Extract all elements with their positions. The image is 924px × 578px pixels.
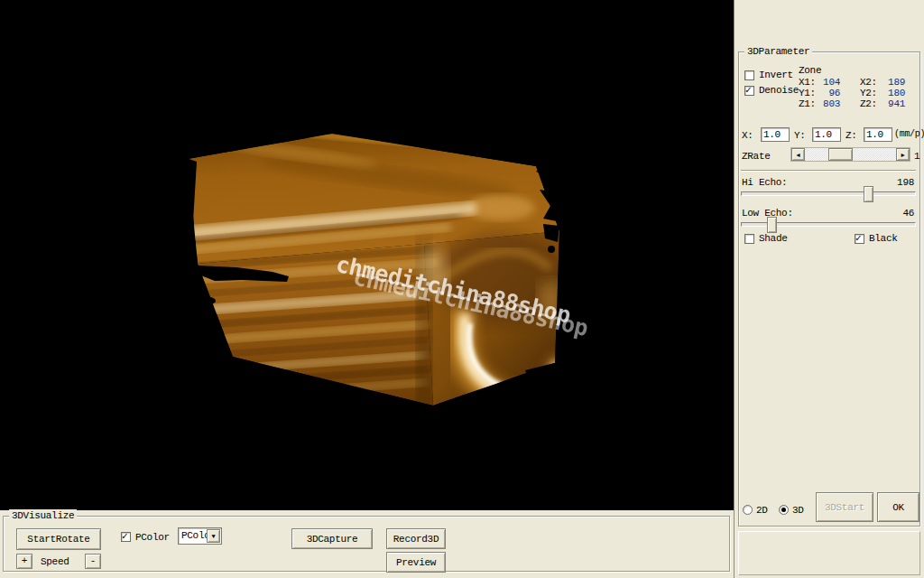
y-spacing-label: Y: — [794, 130, 806, 141]
3dstart-button[interactable]: 3DStart — [816, 492, 873, 522]
zone-z1-value: 803 — [815, 98, 840, 109]
speed-label: Speed — [41, 556, 69, 567]
low-echo-value: 46 — [887, 208, 914, 219]
zrate-scrollbar-thumb[interactable] — [828, 148, 853, 161]
hi-echo-label: Hi Echo: — [742, 177, 787, 188]
shade-checkbox[interactable] — [744, 234, 754, 244]
pcolor-combobox[interactable]: PColor ▼ — [178, 527, 222, 545]
zone-y1-label: Y1: — [799, 88, 816, 98]
scroll-left-icon[interactable]: ◄ — [791, 148, 805, 161]
parameter-panel: 3DParameter Invert ✓ Denoise Zone X1: 10… — [734, 0, 924, 578]
record3d-button[interactable]: Record3D — [386, 528, 446, 549]
mode-3d-radio[interactable] — [779, 505, 789, 515]
black-label: Black — [869, 233, 898, 244]
spacing-unit-label: (mm/p) — [894, 129, 924, 140]
hi-echo-slider-thumb[interactable] — [864, 186, 873, 202]
denoise-checkbox[interactable]: ✓ — [744, 86, 754, 96]
preview-button[interactable]: Preview — [386, 552, 446, 573]
zone-x1-value: 104 — [815, 77, 840, 88]
zone-x1-label: X1: — [799, 77, 816, 88]
panel-footer-bevel — [738, 531, 920, 575]
check-icon: ✓ — [122, 530, 127, 542]
parameter-groupbox: 3DParameter Invert ✓ Denoise Zone X1: 10… — [738, 51, 920, 527]
check-icon: ✓ — [745, 84, 751, 96]
ok-button[interactable]: OK — [877, 492, 919, 522]
visualize-group-title: 3DVisualize — [9, 509, 77, 522]
zone-z1-label: Z1: — [799, 98, 816, 109]
invert-label: Invert — [759, 70, 793, 80]
black-checkbox[interactable]: ✓ — [855, 234, 864, 244]
low-echo-slider-thumb[interactable] — [767, 217, 777, 233]
separator — [741, 170, 916, 172]
invert-checkbox[interactable] — [744, 70, 754, 80]
hi-echo-value: 198 — [883, 177, 914, 188]
z-spacing-label: Z: — [845, 130, 857, 141]
zone-y1-value: 96 — [815, 88, 840, 98]
parameter-group-title: 3DParameter — [744, 45, 812, 58]
pcolor-label: PColor — [135, 532, 170, 543]
mode-3d-label: 3D — [792, 505, 804, 516]
zone-y2-value: 180 — [878, 88, 905, 98]
3dcapture-button[interactable]: 3DCapture — [291, 528, 373, 549]
zone-y2-label: Y2: — [860, 88, 877, 98]
shade-label: Shade — [759, 233, 788, 244]
dropdown-arrow-icon[interactable]: ▼ — [207, 529, 220, 543]
zone-label: Zone — [799, 65, 821, 76]
zone-x2-value: 189 — [878, 77, 905, 88]
denoise-label: Denoise — [759, 85, 799, 96]
zrate-value: 1 — [914, 151, 919, 162]
start-rotate-button[interactable]: StartRotate — [16, 528, 101, 550]
pcolor-checkbox[interactable]: ✓ — [121, 532, 131, 542]
zone-x2-label: X2: — [860, 77, 877, 88]
visualize-groupbox: 3DVisualize StartRotate + Speed - ✓ PCol… — [3, 516, 730, 572]
hi-echo-slider[interactable] — [741, 191, 916, 196]
mode-2d-radio[interactable] — [743, 505, 753, 515]
scroll-right-icon[interactable]: ► — [896, 148, 910, 161]
visualize-panel: 3DVisualize StartRotate + Speed - ✓ PCol… — [0, 510, 734, 578]
zrate-label: ZRate — [742, 151, 771, 162]
low-echo-slider[interactable] — [741, 222, 916, 227]
speed-plus-button[interactable]: + — [16, 554, 32, 569]
mode-2d-label: 2D — [756, 505, 768, 516]
y-spacing-input[interactable] — [812, 127, 841, 142]
x-spacing-input[interactable] — [761, 127, 790, 142]
zone-z2-value: 941 — [878, 98, 905, 109]
zone-z2-label: Z2: — [860, 98, 877, 109]
speed-minus-button[interactable]: - — [85, 554, 101, 569]
check-icon: ✓ — [855, 232, 861, 244]
zrate-scrollbar[interactable]: ◄ ► — [790, 147, 910, 162]
volume-render: chmeditchina88shop chmeditchina88shop — [0, 0, 734, 510]
render-viewport[interactable]: chmeditchina88shop chmeditchina88shop — [0, 0, 734, 510]
z-spacing-input[interactable] — [864, 127, 892, 142]
x-spacing-label: X: — [742, 130, 753, 141]
